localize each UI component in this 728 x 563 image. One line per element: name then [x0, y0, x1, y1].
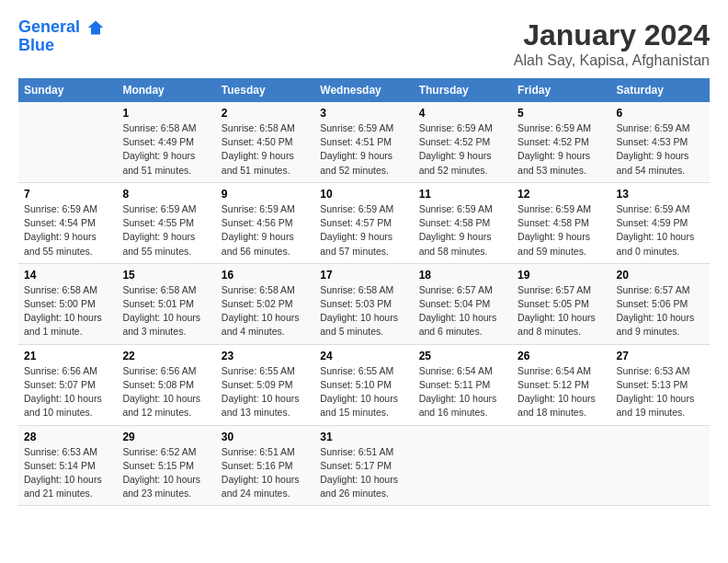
day-number: 24	[320, 350, 407, 362]
day-info: Sunrise: 6:54 AMSunset: 5:11 PMDaylight:…	[419, 364, 506, 420]
day-info: Sunrise: 6:59 AMSunset: 4:51 PMDaylight:…	[320, 121, 407, 178]
day-info: Sunrise: 6:55 AMSunset: 5:10 PMDaylight:…	[320, 364, 407, 420]
day-info: Sunrise: 6:58 AMSunset: 5:02 PMDaylight:…	[222, 283, 309, 339]
day-info: Sunrise: 6:59 AMSunset: 4:56 PMDaylight:…	[222, 202, 309, 259]
day-number: 19	[518, 269, 605, 282]
calendar-cell: 4Sunrise: 6:59 AMSunset: 4:52 PMDaylight…	[414, 102, 512, 182]
day-info: Sunrise: 6:59 AMSunset: 4:58 PMDaylight:…	[518, 202, 605, 259]
day-info: Sunrise: 6:58 AMSunset: 5:03 PMDaylight:…	[320, 283, 407, 339]
day-header-monday: Monday	[117, 78, 215, 102]
day-number: 31	[320, 431, 407, 443]
day-number: 14	[24, 269, 111, 282]
day-header-sunday: Sunday	[18, 78, 117, 102]
day-number: 3	[320, 107, 407, 120]
calendar-cell: 28Sunrise: 6:53 AMSunset: 5:14 PMDayligh…	[18, 425, 117, 506]
day-number: 25	[419, 350, 506, 362]
calendar-cell: 12Sunrise: 6:59 AMSunset: 4:58 PMDayligh…	[512, 182, 610, 263]
day-header-friday: Friday	[512, 78, 610, 102]
calendar-cell: 7Sunrise: 6:59 AMSunset: 4:54 PMDaylight…	[18, 182, 117, 263]
calendar-cell	[611, 425, 710, 506]
calendar-subtitle: Alah Say, Kapisa, Afghanistan	[514, 52, 710, 69]
day-number: 1	[122, 107, 210, 120]
day-info: Sunrise: 6:58 AMSunset: 5:00 PMDaylight:…	[24, 283, 111, 339]
week-row-1: 1Sunrise: 6:58 AMSunset: 4:49 PMDaylight…	[18, 102, 710, 182]
calendar-cell: 20Sunrise: 6:57 AMSunset: 5:06 PMDayligh…	[611, 263, 710, 344]
week-row-2: 7Sunrise: 6:59 AMSunset: 4:54 PMDaylight…	[18, 182, 710, 263]
calendar-cell: 24Sunrise: 6:55 AMSunset: 5:10 PMDayligh…	[314, 344, 413, 425]
day-info: Sunrise: 6:57 AMSunset: 5:05 PMDaylight:…	[518, 283, 605, 339]
day-info: Sunrise: 6:59 AMSunset: 4:53 PMDaylight:…	[617, 121, 704, 178]
calendar-cell: 26Sunrise: 6:54 AMSunset: 5:12 PMDayligh…	[512, 344, 610, 425]
day-header-tuesday: Tuesday	[216, 78, 314, 102]
calendar-cell: 9Sunrise: 6:59 AMSunset: 4:56 PMDaylight…	[216, 182, 314, 263]
calendar-cell: 5Sunrise: 6:59 AMSunset: 4:52 PMDaylight…	[512, 102, 610, 182]
day-number: 21	[24, 350, 111, 362]
day-number: 29	[122, 431, 210, 443]
day-info: Sunrise: 6:59 AMSunset: 4:57 PMDaylight:…	[320, 202, 407, 259]
day-number: 22	[122, 350, 210, 362]
calendar-cell: 17Sunrise: 6:58 AMSunset: 5:03 PMDayligh…	[314, 263, 413, 344]
day-number: 8	[122, 188, 210, 201]
calendar-cell: 16Sunrise: 6:58 AMSunset: 5:02 PMDayligh…	[216, 263, 314, 344]
calendar-cell: 1Sunrise: 6:58 AMSunset: 4:49 PMDaylight…	[117, 102, 215, 182]
logo-text: General Blue	[18, 18, 105, 55]
day-number: 4	[419, 107, 506, 120]
day-number: 28	[24, 431, 111, 443]
day-info: Sunrise: 6:51 AMSunset: 5:16 PMDaylight:…	[222, 445, 309, 501]
day-info: Sunrise: 6:56 AMSunset: 5:07 PMDaylight:…	[24, 364, 111, 420]
day-info: Sunrise: 6:53 AMSunset: 5:13 PMDaylight:…	[617, 364, 704, 420]
week-row-5: 28Sunrise: 6:53 AMSunset: 5:14 PMDayligh…	[18, 425, 710, 506]
calendar-cell: 14Sunrise: 6:58 AMSunset: 5:00 PMDayligh…	[18, 263, 117, 344]
page-header: General Blue January 2024 Alah Say, Kapi…	[18, 18, 710, 69]
day-number: 30	[222, 431, 309, 443]
day-number: 18	[419, 269, 506, 282]
calendar-cell: 19Sunrise: 6:57 AMSunset: 5:05 PMDayligh…	[512, 263, 610, 344]
calendar-cell: 13Sunrise: 6:59 AMSunset: 4:59 PMDayligh…	[611, 182, 710, 263]
day-info: Sunrise: 6:53 AMSunset: 5:14 PMDaylight:…	[24, 445, 111, 501]
day-info: Sunrise: 6:56 AMSunset: 5:08 PMDaylight:…	[122, 364, 210, 420]
day-number: 11	[419, 188, 506, 201]
calendar-cell: 31Sunrise: 6:51 AMSunset: 5:17 PMDayligh…	[314, 425, 413, 506]
day-info: Sunrise: 6:59 AMSunset: 4:52 PMDaylight:…	[518, 121, 605, 178]
calendar-cell: 15Sunrise: 6:58 AMSunset: 5:01 PMDayligh…	[117, 263, 215, 344]
day-number: 7	[24, 188, 111, 201]
day-info: Sunrise: 6:58 AMSunset: 5:01 PMDaylight:…	[122, 283, 210, 339]
calendar-title: January 2024	[514, 18, 710, 52]
day-info: Sunrise: 6:54 AMSunset: 5:12 PMDaylight:…	[518, 364, 605, 420]
calendar-cell	[414, 425, 512, 506]
calendar-cell: 18Sunrise: 6:57 AMSunset: 5:04 PMDayligh…	[414, 263, 512, 344]
calendar-cell: 30Sunrise: 6:51 AMSunset: 5:16 PMDayligh…	[216, 425, 314, 506]
day-header-wednesday: Wednesday	[314, 78, 413, 102]
calendar-header: SundayMondayTuesdayWednesdayThursdayFrid…	[18, 78, 710, 102]
calendar-cell: 8Sunrise: 6:59 AMSunset: 4:55 PMDaylight…	[117, 182, 215, 263]
day-number: 6	[617, 107, 704, 120]
day-info: Sunrise: 6:51 AMSunset: 5:17 PMDaylight:…	[320, 445, 407, 501]
calendar-cell: 11Sunrise: 6:59 AMSunset: 4:58 PMDayligh…	[414, 182, 512, 263]
day-info: Sunrise: 6:57 AMSunset: 5:06 PMDaylight:…	[617, 283, 704, 339]
day-number: 12	[518, 188, 605, 201]
day-info: Sunrise: 6:58 AMSunset: 4:49 PMDaylight:…	[122, 121, 210, 178]
calendar-cell: 2Sunrise: 6:58 AMSunset: 4:50 PMDaylight…	[216, 102, 314, 182]
day-info: Sunrise: 6:59 AMSunset: 4:54 PMDaylight:…	[24, 202, 111, 259]
svg-marker-0	[88, 21, 104, 35]
day-number: 23	[222, 350, 309, 362]
day-info: Sunrise: 6:58 AMSunset: 4:50 PMDaylight:…	[222, 121, 309, 178]
calendar-cell	[512, 425, 610, 506]
day-header-thursday: Thursday	[414, 78, 512, 102]
week-row-3: 14Sunrise: 6:58 AMSunset: 5:00 PMDayligh…	[18, 263, 710, 344]
title-block: January 2024 Alah Say, Kapisa, Afghanist…	[514, 18, 710, 69]
day-number: 15	[122, 269, 210, 282]
day-number: 9	[222, 188, 309, 201]
logo: General Blue	[18, 18, 105, 55]
day-info: Sunrise: 6:55 AMSunset: 5:09 PMDaylight:…	[222, 364, 309, 420]
day-number: 2	[222, 107, 309, 120]
calendar-cell	[18, 102, 117, 182]
day-number: 13	[617, 188, 704, 201]
week-row-4: 21Sunrise: 6:56 AMSunset: 5:07 PMDayligh…	[18, 344, 710, 425]
day-number: 17	[320, 269, 407, 282]
day-number: 26	[518, 350, 605, 362]
calendar-cell: 6Sunrise: 6:59 AMSunset: 4:53 PMDaylight…	[611, 102, 710, 182]
day-info: Sunrise: 6:59 AMSunset: 4:52 PMDaylight:…	[419, 121, 506, 178]
calendar-cell: 10Sunrise: 6:59 AMSunset: 4:57 PMDayligh…	[314, 182, 413, 263]
day-info: Sunrise: 6:52 AMSunset: 5:15 PMDaylight:…	[122, 445, 210, 501]
